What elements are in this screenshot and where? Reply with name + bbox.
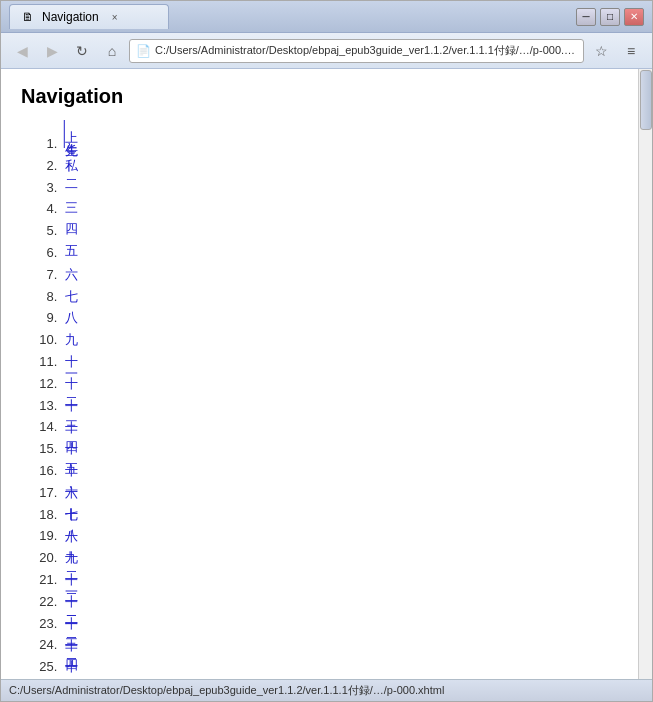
address-bar[interactable]: 📄 C:/Users/Administrator/Desktop/ebpaj_e… [129, 39, 584, 63]
page-heading: Navigation [21, 85, 618, 108]
list-item: 二十 [61, 548, 618, 569]
statusbar: C:/Users/Administrator/Desktop/ebpaj_epu… [1, 679, 652, 701]
url-text: C:/Users/Administrator/Desktop/ebpaj_epu… [155, 43, 577, 58]
list-item: 上 先生と私 [61, 120, 618, 155]
close-button[interactable]: ✕ [624, 8, 644, 26]
list-item: 十四 [61, 417, 618, 438]
nav-right-controls: ☆ ≡ [588, 38, 644, 64]
scrollbar-thumb[interactable] [640, 70, 652, 130]
browser-window: 🗎 Navigation × ─ □ ✕ ◀ ▶ ↻ ⌂ 📄 C:/Users/… [0, 0, 653, 702]
list-item: 七 [61, 265, 618, 286]
forward-button[interactable]: ▶ [39, 38, 65, 64]
back-button[interactable]: ◀ [9, 38, 35, 64]
navigation-list: 上 先生と私二三四五六七八九十十一十二十三十四十五十六十七十八十九二十二十一二十… [21, 120, 618, 679]
maximize-button[interactable]: □ [600, 8, 620, 26]
list-item: 十七 [61, 483, 618, 504]
minimize-button[interactable]: ─ [576, 8, 596, 26]
tab-close-button[interactable]: × [107, 9, 123, 25]
list-item: 九 [61, 308, 618, 329]
list-item: 二十五 [61, 657, 618, 678]
list-item: 四 [61, 199, 618, 220]
list-item: 六 [61, 243, 618, 264]
list-item: 五 [61, 221, 618, 242]
list-item: 二十一 [61, 570, 618, 591]
content-wrapper: Navigation 上 先生と私二三四五六七八九十十一十二十三十四十五十六十七… [1, 69, 652, 679]
scrollbar[interactable] [638, 69, 652, 679]
navbar: ◀ ▶ ↻ ⌂ 📄 C:/Users/Administrator/Desktop… [1, 33, 652, 69]
page-content: Navigation 上 先生と私二三四五六七八九十十一十二十三十四十五十六十七… [1, 69, 638, 679]
page-icon: 📄 [136, 44, 151, 58]
statusbar-text: C:/Users/Administrator/Desktop/ebpaj_epu… [9, 683, 444, 698]
tab-page-icon: 🗎 [22, 10, 34, 24]
list-item: 十六 [61, 461, 618, 482]
list-item: 十 [61, 330, 618, 351]
list-item: 十九 [61, 526, 618, 547]
list-item: 三 [61, 178, 618, 199]
reload-button[interactable]: ↻ [69, 38, 95, 64]
list-item: 二十二 [61, 592, 618, 613]
list-item: 八 [61, 287, 618, 308]
nav-link[interactable]: 上 先生と私 [61, 120, 82, 148]
list-item: 二十四 [61, 635, 618, 656]
list-item: 十一 [61, 352, 618, 373]
home-button[interactable]: ⌂ [99, 38, 125, 64]
list-item: 十二 [61, 374, 618, 395]
list-item: 二 [61, 156, 618, 177]
tab-title: Navigation [42, 10, 99, 24]
titlebar: 🗎 Navigation × ─ □ ✕ [1, 1, 652, 33]
browser-tab[interactable]: 🗎 Navigation × [9, 4, 169, 29]
window-controls: ─ □ ✕ [576, 8, 644, 26]
menu-button[interactable]: ≡ [618, 38, 644, 64]
bookmark-button[interactable]: ☆ [588, 38, 614, 64]
list-item: 十五 [61, 439, 618, 460]
list-item: 十三 [61, 396, 618, 417]
list-item: 二十三 [61, 614, 618, 635]
list-item: 十八 [61, 505, 618, 526]
